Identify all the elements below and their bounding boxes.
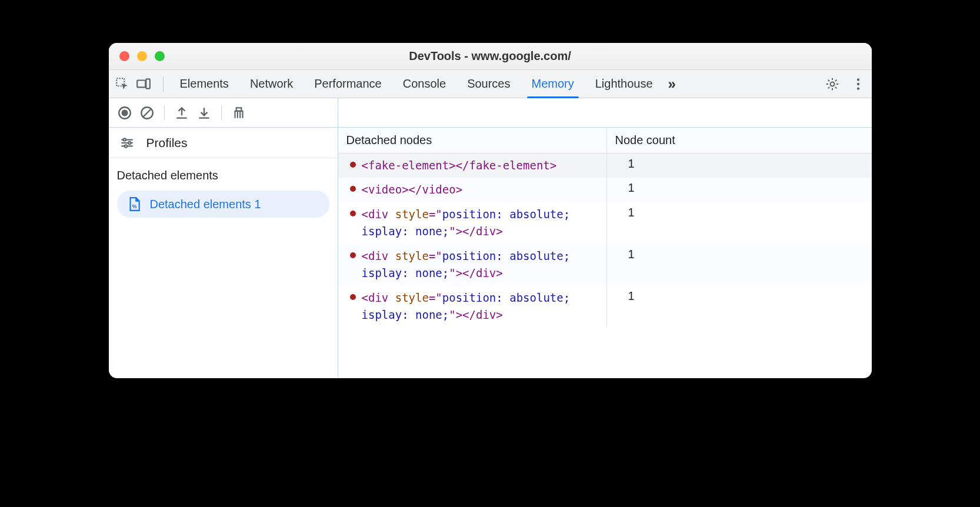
cell-node-count: 1: [607, 244, 872, 286]
cell-detached-node: <div style="position: absolute; isplay: …: [338, 286, 607, 328]
device-toolbar-icon[interactable]: [136, 76, 151, 92]
content: Detached nodes Node count <fake-element>…: [338, 98, 872, 378]
profiles-label: Profiles: [146, 136, 188, 150]
svg-point-16: [128, 141, 131, 144]
profile-item-label: Detached elements 1: [150, 198, 261, 211]
cell-node-count: 1: [607, 202, 872, 244]
svg-point-5: [856, 82, 859, 85]
upload-icon[interactable]: [174, 105, 189, 121]
svg-point-8: [122, 110, 127, 115]
content-toolbar: [338, 98, 872, 128]
cell-detached-node: <fake-element></fake-element>: [338, 154, 607, 178]
tab-memory[interactable]: Memory: [521, 70, 585, 98]
table-row[interactable]: <video></video>1: [338, 178, 872, 202]
maximize-window-button[interactable]: [155, 51, 165, 61]
svg-text:%: %: [132, 204, 136, 209]
close-window-button[interactable]: [119, 51, 129, 61]
minimize-window-button[interactable]: [137, 51, 147, 61]
cell-node-count: 1: [607, 178, 872, 202]
sidebar-toolbar: [109, 98, 338, 128]
window-title: DevTools - www.google.com/: [109, 49, 872, 63]
divider: [164, 105, 165, 121]
divider: [221, 105, 222, 121]
node-marker-icon: [350, 186, 356, 192]
node-marker-icon: [350, 252, 356, 258]
svg-point-15: [123, 138, 125, 141]
svg-point-4: [856, 78, 859, 81]
column-header-node-count[interactable]: Node count: [607, 128, 872, 153]
tab-sources[interactable]: Sources: [456, 70, 521, 98]
svg-point-17: [124, 145, 126, 147]
svg-rect-1: [137, 80, 145, 87]
cell-detached-node: <div style="position: absolute; isplay: …: [338, 244, 607, 286]
cell-node-count: 1: [607, 154, 872, 178]
table-header: Detached nodes Node count: [338, 128, 872, 154]
tab-console[interactable]: Console: [392, 70, 456, 98]
node-marker-icon: [350, 162, 356, 168]
table-row[interactable]: <fake-element></fake-element>1: [338, 154, 872, 178]
svg-point-3: [830, 82, 834, 86]
tab-network[interactable]: Network: [239, 70, 304, 98]
cell-detached-node: <div style="position: absolute; isplay: …: [338, 202, 607, 244]
panel-tabs: ElementsNetworkPerformanceConsoleSources…: [109, 70, 872, 98]
divider: [163, 76, 164, 92]
titlebar: DevTools - www.google.com/: [109, 43, 872, 70]
table-row[interactable]: <div style="position: absolute; isplay: …: [338, 286, 872, 328]
svg-line-10: [143, 109, 151, 116]
svg-rect-2: [146, 79, 150, 88]
column-header-detached-nodes[interactable]: Detached nodes: [338, 128, 607, 153]
main-area: Profiles Detached elements %Detached ele…: [109, 98, 872, 378]
sidebar: Profiles Detached elements %Detached ele…: [109, 98, 338, 378]
filter-sliders-icon[interactable]: [119, 135, 135, 151]
kebab-menu-icon[interactable]: [851, 76, 866, 92]
table-row[interactable]: <div style="position: absolute; isplay: …: [338, 244, 872, 286]
table-row[interactable]: <div style="position: absolute; isplay: …: [338, 202, 872, 244]
devtools-window: DevTools - www.google.com/ ElementsNetwo…: [109, 43, 872, 378]
download-icon[interactable]: [196, 105, 212, 121]
table-body: <fake-element></fake-element>1<video></v…: [338, 154, 872, 378]
profile-item[interactable]: %Detached elements 1: [117, 191, 329, 218]
svg-point-6: [856, 87, 859, 89]
tab-performance[interactable]: Performance: [304, 70, 392, 98]
traffic-lights: [119, 51, 165, 61]
collect-garbage-icon[interactable]: [231, 105, 246, 121]
record-icon[interactable]: [117, 105, 132, 121]
file-icon: %: [126, 196, 142, 212]
profiles-header: Profiles: [109, 128, 338, 158]
node-marker-icon: [350, 294, 356, 300]
sidebar-section-label: Detached elements: [109, 158, 338, 188]
inspect-element-icon[interactable]: [115, 76, 130, 92]
settings-gear-icon[interactable]: [825, 76, 840, 92]
more-tabs-button[interactable]: »: [668, 76, 676, 92]
node-marker-icon: [350, 211, 356, 216]
cell-detached-node: <video></video>: [338, 178, 607, 202]
tab-lighthouse[interactable]: Lighthouse: [585, 70, 664, 98]
tab-elements[interactable]: Elements: [169, 70, 239, 98]
cell-node-count: 1: [607, 286, 872, 328]
clear-icon[interactable]: [139, 105, 155, 121]
